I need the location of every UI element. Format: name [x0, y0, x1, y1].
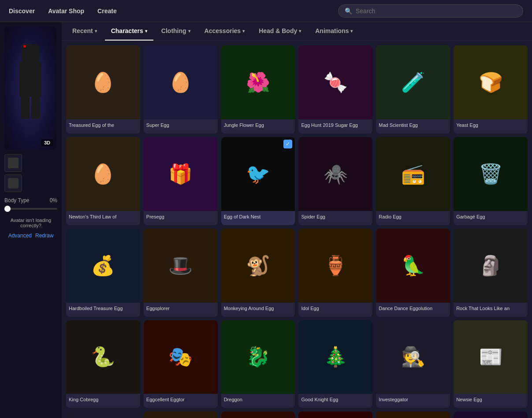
item-image: 🍳 — [376, 411, 450, 418]
three-d-badge: 3D — [41, 139, 53, 146]
item-name: Investeggator — [376, 394, 450, 408]
item-card[interactable]: 🍬Egg Hunt 2019 Sugar Egg — [298, 45, 372, 133]
item-name: Jungle Flower Egg — [221, 119, 295, 133]
redraw-button[interactable]: Redraw — [35, 233, 53, 239]
item-card[interactable]: 🧪Mad Scientist Egg — [376, 45, 450, 133]
slider-track — [4, 208, 57, 210]
item-grid-container[interactable]: 🥚Treasured Egg of the🥚Super Egg🌺Jungle F… — [62, 41, 532, 418]
item-image: 🥚 — [144, 45, 218, 119]
item-name: Idol Egg — [298, 303, 372, 317]
item-name: Good Knight Egg — [298, 394, 372, 408]
item-image: 🍬 — [298, 45, 372, 119]
tab-clothing-chevron: ▾ — [188, 29, 190, 33]
item-name: Newsie Egg — [454, 394, 528, 408]
sidebar-thumbnail-2[interactable] — [4, 174, 22, 192]
item-image: 😠 — [298, 411, 372, 418]
tab-characters-label: Characters — [111, 27, 143, 34]
avatar-preview: 3D — [4, 26, 56, 150]
item-name: Egg Hunt 2019 Sugar Egg — [298, 119, 372, 133]
tab-animations-label: Animations — [315, 27, 349, 34]
item-image: 🌺 — [221, 45, 295, 119]
item-name: Egg of Dark Nest — [221, 211, 295, 225]
item-card[interactable]: 🐍King Cobregg — [66, 320, 140, 408]
avatar-head — [22, 44, 39, 62]
item-card[interactable]: 🌸Eggplant — [454, 411, 528, 418]
tab-characters[interactable]: Characters ▾ — [105, 22, 153, 41]
item-name: Eggsplorer — [144, 303, 218, 317]
item-card[interactable]: 🥚Super Egg — [144, 45, 218, 133]
item-card[interactable]: 🏺Idol Egg — [298, 229, 372, 317]
item-card[interactable]: 🍳Treasured Cuisine Egg — [376, 411, 450, 418]
tab-head-body[interactable]: Head & Body ▾ — [253, 22, 307, 41]
item-image: 🥚 — [66, 137, 140, 211]
item-card[interactable]: 🕵️Investeggator — [376, 320, 450, 408]
item-card[interactable]: 🎩Egg Capone — [66, 411, 140, 418]
item-card[interactable]: 🎄Good Knight Egg — [298, 320, 372, 408]
item-image: 🐉 — [221, 320, 295, 394]
item-image: 🔥 — [221, 411, 295, 418]
tab-head-body-label: Head & Body — [259, 27, 297, 34]
item-card[interactable]: 🍞Yeast Egg — [454, 45, 528, 133]
item-image: 🐶 — [144, 411, 218, 418]
item-card[interactable]: 🎁Presegg — [144, 137, 218, 225]
item-card[interactable]: 🐦✓Egg of Dark Nest — [221, 137, 295, 225]
item-name: Hardboiled Treasure Egg — [66, 303, 140, 317]
item-image: 🕷️ — [298, 137, 372, 211]
item-name: Radio Egg — [376, 211, 450, 225]
item-image: 🍞 — [454, 45, 528, 119]
item-name: Mad Scientist Egg — [376, 119, 450, 133]
tab-accessories[interactable]: Accessories ▾ — [198, 22, 251, 41]
item-card[interactable]: 💰Hardboiled Treasure Egg — [66, 229, 140, 317]
item-card[interactable]: 🔥Club Egg Skewer — [221, 411, 295, 418]
item-card[interactable]: 📻Radio Egg — [376, 137, 450, 225]
nav-discover[interactable]: Discover — [9, 5, 35, 17]
search-icon: 🔍 — [345, 7, 352, 15]
item-name: Rock That Looks Like an — [454, 303, 528, 317]
item-image: 🧪 — [376, 45, 450, 119]
tab-recent-label: Recent — [72, 27, 93, 34]
content-area: Recent ▾ Characters ▾ Clothing ▾ Accesso… — [62, 22, 532, 418]
item-card[interactable]: 🗑️Garbagé Egg — [454, 137, 528, 225]
avatar-figure — [15, 44, 46, 132]
item-name: Eggcellent Eggtor — [144, 394, 218, 408]
body-type-slider[interactable] — [4, 205, 57, 212]
category-tabs: Recent ▾ Characters ▾ Clothing ▾ Accesso… — [62, 22, 532, 41]
item-card[interactable]: 😠Demeaning Egg — [298, 411, 372, 418]
main-layout: 3D Body Type 0% Avatar isn't loading cor… — [0, 22, 532, 418]
item-image: 🎭 — [144, 320, 218, 394]
avatar-leg-right — [31, 97, 40, 119]
nav-avatar-shop[interactable]: Avatar Shop — [48, 5, 84, 17]
item-image: 🎄 — [298, 320, 372, 394]
tab-recent[interactable]: Recent ▾ — [66, 22, 103, 41]
item-image: 💰 — [66, 229, 140, 303]
item-card[interactable]: 📰Newsie Egg — [454, 320, 528, 408]
item-card[interactable]: 🥚Treasured Egg of the — [66, 45, 140, 133]
tab-head-body-chevron: ▾ — [299, 29, 301, 33]
nav-create[interactable]: Create — [97, 5, 117, 17]
sidebar: 3D Body Type 0% Avatar isn't loading cor… — [0, 22, 62, 418]
item-card[interactable]: 🥚Newton's Third Law of — [66, 137, 140, 225]
tab-clothing[interactable]: Clothing ▾ — [155, 22, 197, 41]
tab-clothing-label: Clothing — [161, 27, 186, 34]
tab-animations[interactable]: Animations ▾ — [309, 22, 359, 41]
item-card[interactable]: 🐉Dreggon — [221, 320, 295, 408]
tab-accessories-label: Accessories — [205, 27, 241, 34]
item-card[interactable]: 🎩Eggsplorer — [144, 229, 218, 317]
item-name: Super Egg — [144, 119, 218, 133]
item-card[interactable]: 🌺Jungle Flower Egg — [221, 45, 295, 133]
item-card[interactable]: 🗿Rock That Looks Like an — [454, 229, 528, 317]
avatar-body — [19, 62, 41, 97]
avatar-actions: Advanced Redraw — [4, 233, 57, 239]
body-type-percent: 0% — [50, 197, 57, 203]
item-card[interactable]: 🕷️Spider Egg — [298, 137, 372, 225]
item-name: Garbagé Egg — [454, 211, 528, 225]
item-card[interactable]: 🦜Dance Dance Eggolution — [376, 229, 450, 317]
item-name: Yeast Egg — [454, 119, 528, 133]
item-card[interactable]: 🐶Doggo Egg — [144, 411, 218, 418]
item-image: 🥚 — [66, 45, 140, 119]
sidebar-thumbnail-1[interactable] — [4, 154, 22, 172]
item-card[interactable]: 🐒Monkeying Around Egg — [221, 229, 295, 317]
search-input[interactable] — [356, 7, 517, 15]
advanced-button[interactable]: Advanced — [8, 233, 32, 239]
item-card[interactable]: 🎭Eggcellent Eggtor — [144, 320, 218, 408]
